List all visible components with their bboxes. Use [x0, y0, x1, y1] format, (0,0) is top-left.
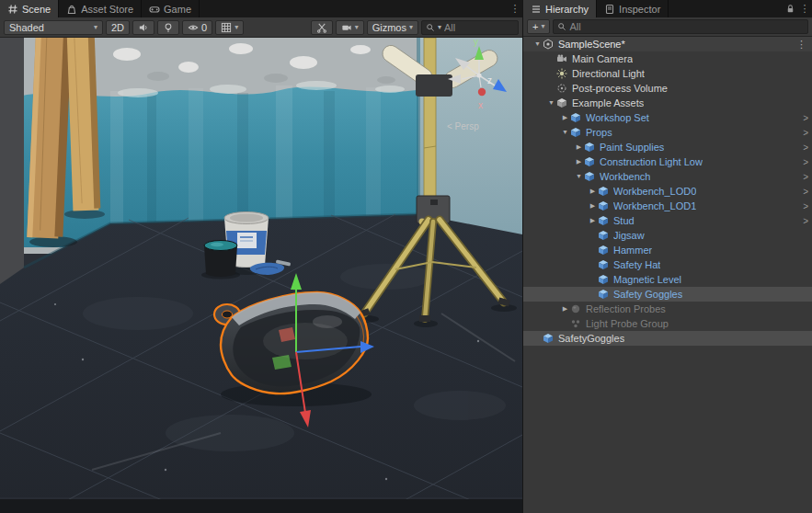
orientation-x-cone[interactable]: [478, 88, 486, 96]
foldout-open-icon[interactable]: ▼: [546, 96, 556, 110]
scene-search-input[interactable]: [444, 22, 514, 33]
hierarchy-item-label: Paint Supplies: [600, 142, 664, 153]
chevron-down-icon: ▾: [409, 24, 413, 31]
prefab-icon: [598, 215, 611, 226]
tab-inspector[interactable]: Inspector: [597, 0, 669, 17]
gameobject-icon: [556, 97, 569, 108]
tab-hierarchy[interactable]: Hierarchy: [523, 0, 597, 17]
grid-visibility-dropdown[interactable]: ▾: [215, 20, 244, 35]
scene-viewport[interactable]: y z x < Persp: [0, 38, 522, 513]
hierarchy-row[interactable]: Safety Goggles: [523, 287, 812, 302]
hierarchy-scene-row[interactable]: ▼SampleScene*⋮: [523, 37, 812, 51]
hierarchy-row[interactable]: ▶Paint Supplies>: [523, 140, 812, 154]
light-probe-icon: [570, 318, 583, 329]
chevron-down-icon: ▾: [541, 23, 544, 30]
reflection-probe-icon: [570, 303, 583, 314]
prefab-icon: [598, 186, 611, 197]
scene-tab-icon: [7, 4, 18, 15]
scene-camera-dropdown[interactable]: ▾: [336, 20, 364, 35]
shading-mode-label: Shaded: [9, 22, 44, 33]
shading-mode-dropdown[interactable]: Shaded ▾: [4, 20, 103, 35]
chevron-right-icon[interactable]: >: [803, 113, 808, 123]
lighting-toggle[interactable]: [157, 20, 179, 35]
tab-asset-store[interactable]: Asset Store: [59, 0, 142, 17]
lock-icon[interactable]: [783, 0, 797, 17]
hierarchy-row[interactable]: ▶Stud>: [523, 213, 812, 228]
visibility-toggle[interactable]: 0: [182, 20, 212, 35]
scene-toolbar: Shaded ▾ 2D 0 ▾ ▾ Gizmos ▾: [0, 17, 522, 38]
hierarchy-row[interactable]: Magnetic Level: [523, 272, 812, 287]
hierarchy-item-label: Example Assets: [572, 97, 644, 108]
gizmos-label: Gizmos: [372, 22, 406, 33]
chevron-right-icon[interactable]: >: [803, 216, 808, 226]
inspector-tab-icon: [604, 4, 615, 15]
create-menu-button[interactable]: + ▾: [527, 19, 550, 34]
hierarchy-row[interactable]: ▶Workshop Set>: [523, 110, 812, 125]
chevron-right-icon[interactable]: >: [803, 157, 808, 167]
foldout-closed-icon[interactable]: ▶: [560, 110, 570, 125]
chevron-down-icon: ▾: [234, 24, 238, 31]
hierarchy-row[interactable]: ▶Workbench_LOD1>: [523, 199, 812, 213]
axis-z-label: z: [487, 75, 492, 86]
hierarchy-row[interactable]: Directional Light: [523, 66, 812, 81]
tab-scene[interactable]: Scene: [0, 0, 59, 17]
tools-button[interactable]: [311, 20, 333, 35]
hierarchy-row[interactable]: Jigsaw: [523, 228, 812, 243]
hierarchy-item-label: Workbench_LOD0: [613, 186, 696, 197]
chevron-right-icon[interactable]: >: [803, 201, 808, 211]
tab-game[interactable]: Game: [142, 0, 200, 17]
projection-toggle-label[interactable]: < Persp: [447, 121, 479, 131]
hierarchy-row[interactable]: ▶Reflection Probes: [523, 302, 812, 316]
foldout-closed-icon[interactable]: ▶: [588, 184, 598, 199]
foldout-open-icon[interactable]: ▼: [532, 37, 543, 51]
hierarchy-row[interactable]: Post-process Volume: [523, 81, 812, 96]
foldout-open-icon[interactable]: ▼: [574, 169, 584, 184]
prefab-icon: [598, 230, 611, 241]
chevron-right-icon[interactable]: >: [803, 142, 808, 153]
tools-icon: [316, 22, 327, 33]
hierarchy-search[interactable]: [553, 19, 808, 34]
kebab-menu-icon[interactable]: ⋮: [796, 39, 808, 51]
chevron-down-icon: ▾: [438, 24, 441, 31]
search-icon: [426, 23, 435, 32]
tab-label: Scene: [22, 4, 51, 15]
chevron-right-icon[interactable]: >: [803, 172, 808, 182]
hierarchy-row[interactable]: ▶Construction Light Low>: [523, 154, 812, 169]
hierarchy-row[interactable]: ▼Workbench>: [523, 169, 812, 184]
prefab-icon: [584, 171, 597, 182]
unity-scene-icon: [543, 39, 555, 50]
prefab-icon: [570, 112, 583, 123]
hierarchy-row[interactable]: Main Camera: [523, 51, 812, 66]
viewport-bottom-band: [0, 499, 522, 513]
chevron-right-icon[interactable]: >: [803, 128, 808, 138]
chevron-right-icon[interactable]: >: [803, 187, 808, 197]
foldout-closed-icon[interactable]: ▶: [588, 213, 598, 228]
hierarchy-row[interactable]: Hammer: [523, 243, 812, 257]
foldout-open-icon[interactable]: ▼: [560, 125, 570, 140]
foldout-closed-icon[interactable]: ▶: [560, 302, 570, 316]
hierarchy-row[interactable]: ▼Example Assets: [523, 96, 812, 110]
prefab-icon: [584, 156, 597, 167]
camera-icon: [556, 53, 569, 64]
kebab-menu-icon[interactable]: ⋮: [797, 0, 812, 17]
hierarchy-row[interactable]: SafetyGoggles: [523, 331, 812, 346]
chevron-down-icon: ▾: [355, 24, 359, 31]
hierarchy-row[interactable]: Safety Hat: [523, 257, 812, 272]
hierarchy-row[interactable]: ▶Workbench_LOD0>: [523, 184, 812, 199]
scene-3d-render: y z x < Persp: [0, 38, 522, 513]
safety-goggles-object[interactable]: [214, 292, 372, 406]
hierarchy-row[interactable]: Light Probe Group: [523, 316, 812, 331]
hierarchy-search-input[interactable]: [569, 21, 804, 32]
paint-can[interactable]: [201, 241, 240, 279]
tab-label: Asset Store: [81, 4, 133, 15]
hierarchy-row[interactable]: ▼Props>: [523, 125, 812, 140]
foldout-closed-icon[interactable]: ▶: [574, 154, 584, 169]
audio-toggle[interactable]: [132, 20, 154, 35]
hierarchy-item-label: Directional Light: [572, 68, 645, 79]
2d-toggle[interactable]: 2D: [106, 20, 130, 35]
foldout-closed-icon[interactable]: ▶: [574, 140, 584, 154]
gizmos-dropdown[interactable]: Gizmos ▾: [367, 20, 418, 35]
kebab-menu-icon[interactable]: ⋮: [508, 0, 522, 17]
scene-search[interactable]: ▾: [421, 20, 519, 35]
foldout-closed-icon[interactable]: ▶: [588, 199, 598, 213]
